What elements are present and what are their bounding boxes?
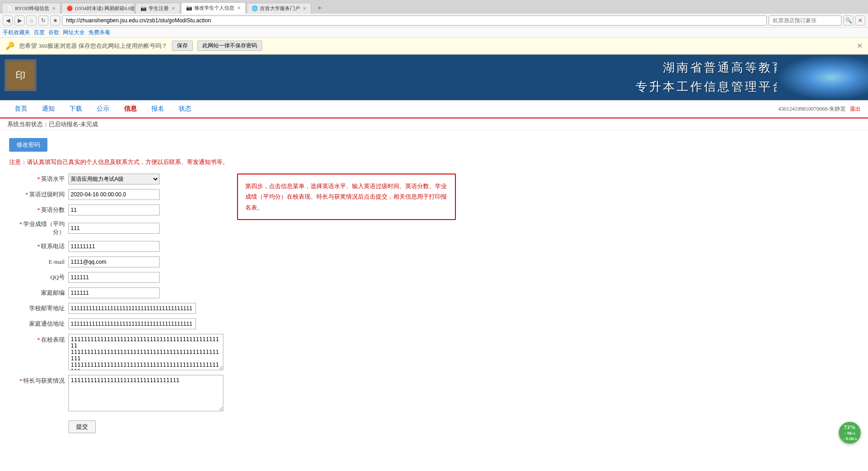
talent-row: 特长与获奖情况 11111111111111111111111111111111… [9,375,223,411]
bookmark-baidu[interactable]: 百度 [34,29,45,36]
english-pass-time-label: 英语过级时间 [9,190,68,199]
tab-close-portal[interactable]: ✕ [303,6,306,11]
refresh-button[interactable]: ↻ [38,15,48,26]
header-title-line1: 湖南省普通高等教育 [663,61,786,74]
close-password-bar-button[interactable]: ✕ [857,41,863,50]
academic-score-row: 学业成绩（平均分） [9,220,223,236]
english-level-label: 英语水平 [9,175,68,183]
email-input[interactable] [68,256,160,267]
form-right-section: 第四步，点击信息菜单，选择英语水平、输入英语过级时间、英语分数、学业成绩（平均分… [237,174,465,220]
network-indicator: 73% ↑ 0K/s ↓ 0.1K/s [839,422,861,444]
tab-modify-student[interactable]: 📷 修改学生个人信息 ✕ [181,2,246,14]
network-up: ↑ 0K/s [844,431,855,435]
home-zip-row: 家庭邮编 [9,287,223,298]
back-button[interactable]: ◀ [3,15,13,26]
tab-close-modify[interactable]: ✕ [237,5,241,10]
tab-close-register[interactable]: ✕ [171,6,175,11]
settings-button[interactable]: ✕ [855,15,865,26]
tab-label-email: (1934封未读) 网易邮箱6.0版 ... [75,5,134,12]
tab-label-register: 学生注册 [149,5,169,12]
key-icon: 🔑 [5,41,15,50]
form-notice: 注意：请认真填写自己真实的个人信息及联系方式，方便以后联系、寄发通知书等。 [9,158,859,166]
main-nav: 首页 通知 下载 公示 信息 报名 状态 430124199810070068-… [0,100,868,118]
main-content: 修改密码 注意：请认真填写自己真实的个人信息及联系方式，方便以后联系、寄发通知书… [0,131,868,445]
system-status-text: 系统当前状态：已启动报名-未完成 [7,121,98,128]
bookmark-antivirus[interactable]: 免费杀毒 [88,29,110,36]
logout-link[interactable]: 退出 [850,106,861,112]
qq-row: QQ号 [9,272,223,283]
tab-icon-email: 🔴 [67,5,73,12]
search-button[interactable]: 🔍 [843,15,853,26]
network-percent: 73% [844,424,856,431]
tab-label-portal: 吉首大学服务门户 [260,5,300,12]
bookmarks-bar: 手机收藏夹 百度 谷歌 网址大全 免费杀毒 [0,28,868,38]
svg-text:印: 印 [16,70,26,81]
performance-textarea[interactable]: 1111111111111111111111111111111111111111… [68,334,223,370]
home-zip-input[interactable] [68,287,160,298]
english-score-row: 英语分数 [9,205,223,215]
nav-download[interactable]: 下载 [62,103,89,115]
tab-bar: 📄 BYOD终端信息 ✕ 🔴 (1934封未读) 网易邮箱6.0版 ... ✕ … [0,0,868,14]
notice-content: 注意：请认真填写自己真实的个人信息及联系方式，方便以后联系、寄发通知书等。 [9,159,228,165]
header-title-line2: 专升本工作信息管理平台 [636,80,786,93]
qq-label: QQ号 [9,273,68,282]
tab-icon-modify: 📷 [186,5,192,11]
tab-portal[interactable]: 🌐 吉首大学服务门户 ✕ [247,3,311,14]
tab-label-modify: 修改学生个人信息 [194,5,234,11]
modify-password-button[interactable]: 修改密码 [9,138,47,152]
nav-notice[interactable]: 通知 [35,103,62,115]
nav-public[interactable]: 公示 [89,103,117,115]
tab-byod[interactable]: 📄 BYOD终端信息 ✕ [2,3,61,14]
talent-textarea[interactable]: 111111111111111111111111111111111 [68,375,223,411]
no-save-password-button[interactable]: 此网站一律不保存密码 [197,41,262,51]
bookmark-web-directory[interactable]: 网址大全 [63,29,85,36]
network-down: ↓ 0.1K/s [842,436,857,441]
english-pass-time-row: 英语过级时间 [9,189,223,200]
hint-text: 第四步，点击信息菜单，选择英语水平、输入英语过级时间、英语分数、学业成绩（平均分… [245,183,447,211]
qq-input[interactable] [68,272,160,283]
school-address-input[interactable] [68,303,196,314]
english-level-select[interactable]: 英语应用能力考试A级 英语应用能力考试B级 大学英语四级 大学英语六级 其他 [68,174,160,184]
nav-home[interactable]: 首页 [7,103,35,115]
nav-status[interactable]: 状态 [171,103,199,115]
nav-info[interactable]: 信息 [117,103,144,115]
tab-icon-register: 📷 [140,5,147,12]
password-save-bar: 🔑 您希望 360极速浏览器 保存您在此网站上使用的帐号吗？ 保存 此网站一律不… [0,38,868,54]
english-score-input[interactable] [68,205,160,215]
site-header-text: 湖南省普通高等教育 专升本工作信息管理平台 [0,58,868,96]
search-input[interactable] [769,15,842,26]
hint-box: 第四步，点击信息菜单，选择英语水平、输入英语过级时间、英语分数、学业成绩（平均分… [237,174,456,220]
form-left-section: 英语水平 英语应用能力考试A级 英语应用能力考试B级 大学英语四级 大学英语六级… [9,174,223,438]
site-header: 印 湖南省普通高等教育 专升本工作信息管理平台 [0,55,868,100]
browser-chrome: 📄 BYOD终端信息 ✕ 🔴 (1934封未读) 网易邮箱6.0版 ... ✕ … [0,0,868,55]
home-address-label: 家庭通信地址 [9,320,68,328]
email-row: E-mail [9,256,223,267]
school-address-label: 学校邮寄地址 [9,304,68,312]
bookmark-mobile[interactable]: 手机收藏夹 [3,29,30,36]
home-button[interactable]: ⌂ [26,15,36,26]
form-layout: 英语水平 英语应用能力考试A级 英语应用能力考试B级 大学英语四级 大学英语六级… [9,174,859,438]
english-pass-time-input[interactable] [68,189,160,200]
phone-label: 联系电话 [9,242,68,251]
english-level-row: 英语水平 英语应用能力考试A级 英语应用能力考试B级 大学英语四级 大学英语六级… [9,174,223,184]
tab-close-byod[interactable]: ✕ [52,6,56,11]
new-tab-button[interactable]: ＋ [312,2,327,14]
email-label: E-mail [9,258,68,266]
bookmark-google[interactable]: 谷歌 [48,29,59,36]
address-input[interactable] [62,15,767,26]
home-address-row: 家庭通信地址 [9,318,223,329]
tab-label-byod: BYOD终端信息 [15,5,49,12]
academic-score-input[interactable] [68,223,160,234]
tab-register[interactable]: 📷 学生注册 ✕ [135,3,180,14]
save-password-button[interactable]: 保存 [172,41,193,51]
tab-email[interactable]: 🔴 (1934封未读) 网易邮箱6.0版 ... ✕ [62,3,134,14]
home-address-input[interactable] [68,318,196,329]
home-zip-label: 家庭邮编 [9,289,68,297]
phone-input[interactable] [68,241,160,252]
address-bar-row: ◀ ▶ ⌂ ↻ ★ 🔍 ✕ [0,14,868,28]
stop-button[interactable]: ★ [50,15,60,26]
nav-apply[interactable]: 报名 [144,103,171,115]
submit-button[interactable]: 提交 [68,420,96,433]
tab-icon-byod: 📄 [7,5,13,12]
forward-button[interactable]: ▶ [15,15,25,26]
